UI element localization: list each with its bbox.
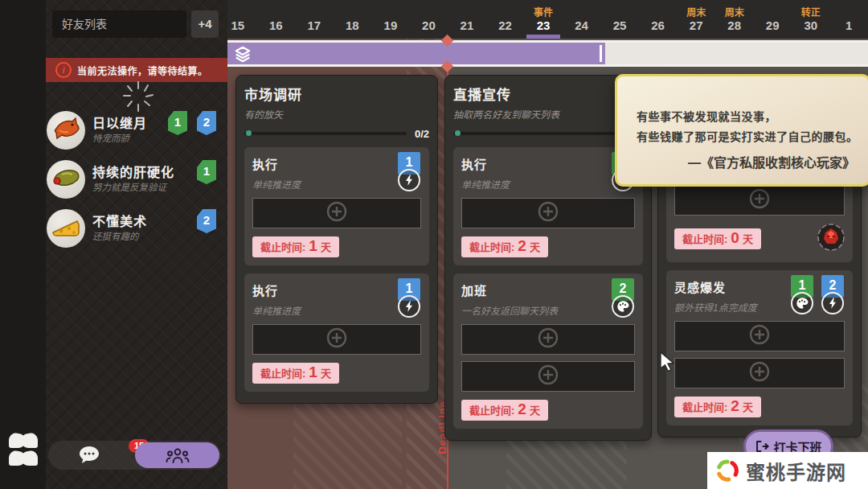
day-number: 17 (295, 18, 334, 32)
calendar-day-30[interactable]: 转正30 (792, 0, 830, 39)
task-column-1: 市场调研有的放矢0/2执行单纯推进度1截止时间:1天执行单纯推进度1截止时间:1… (235, 75, 438, 404)
friend-badges: 1 (197, 160, 216, 184)
schedule-progress-fill (227, 43, 605, 64)
app-grid-icon[interactable] (6, 431, 41, 471)
task-title: 灵感爆发 (674, 278, 757, 295)
palette-icon (612, 295, 634, 318)
day-number: 24 (563, 18, 601, 32)
day-tag (410, 5, 448, 16)
friend-slot[interactable] (461, 361, 635, 392)
task-card[interactable]: 执行单纯推进度1截止时间:1天 (244, 147, 429, 265)
palette-icon (791, 292, 813, 314)
friend-slot[interactable] (674, 321, 845, 351)
chat-tab[interactable]: 15 (79, 446, 100, 468)
calendar-day-21[interactable]: 21 (448, 0, 486, 39)
cheese-icon (51, 215, 80, 242)
friend-subtitle: 恃宠而骄 (92, 131, 129, 144)
current-day-underline (526, 35, 560, 39)
plus-icon (538, 364, 559, 388)
deadline-chip: 截止时间:1天 (252, 363, 339, 384)
plus-icon (749, 361, 770, 385)
plus-icon (326, 201, 347, 225)
column-title: 市场调研 (244, 84, 429, 104)
quote-tooltip: 有些事不被发现就当没事， 有些钱赚了那可是实打实进了自己的腰包。 —《官方私服收… (615, 74, 868, 187)
task-title: 执行 (252, 281, 301, 298)
fish-icon (51, 116, 80, 145)
chat-friends-toggle[interactable]: 15 (48, 441, 221, 470)
calendar-day-1[interactable]: 1 (830, 0, 868, 39)
day-number: 23 (524, 18, 563, 32)
calendar-day-24[interactable]: 24 (563, 0, 601, 39)
day-tag (371, 5, 410, 16)
plus-icon (749, 324, 770, 348)
day-number: 19 (371, 18, 410, 32)
schedule-cursor (600, 45, 602, 62)
calendar-day-22[interactable]: 22 (486, 0, 525, 39)
calendar-day-16[interactable]: 16 (257, 0, 296, 39)
calendar-day-27[interactable]: 周末27 (677, 0, 715, 39)
calendar-day-25[interactable]: 25 (600, 0, 639, 39)
day-tag: 周末 (715, 5, 754, 16)
friend-slot[interactable] (252, 198, 421, 228)
friend-slot[interactable] (674, 185, 845, 216)
friend-row[interactable]: 持续的肝硬化努力就是反复验证1 (46, 157, 227, 205)
friend-slot[interactable] (461, 198, 635, 228)
calendar-day-26[interactable]: 26 (639, 0, 678, 39)
task-badges: 1 (397, 152, 421, 191)
watermark-bar: 蜜桃手游网 (707, 452, 868, 489)
column-subtitle: 有的放矢 (244, 107, 429, 121)
deadline-chip: 截止时间:2天 (461, 236, 548, 257)
friend-overflow-button[interactable]: +4 (191, 10, 219, 38)
task-subtitle: 单纯推进度 (252, 303, 301, 317)
day-tag (257, 5, 296, 16)
task-card[interactable]: 执行单纯推进度1截止时间:1天 (244, 273, 429, 392)
plus-icon (538, 201, 559, 225)
task-title: 执行 (252, 155, 301, 172)
day-number: 28 (715, 18, 754, 32)
avatar (47, 209, 85, 248)
task-title: 加班 (461, 281, 558, 298)
mouse-cursor (659, 351, 677, 376)
task-card[interactable]: 加班一名好友返回聊天列表2截止时间:2天 (453, 273, 643, 429)
friend-name: 日以继月 (92, 113, 147, 132)
schedule-progress-track[interactable] (227, 40, 868, 67)
task-subtitle: 单纯推进度 (461, 177, 510, 191)
plus-icon (538, 327, 559, 351)
quote-line-1: 有些事不被发现就当没事， (637, 107, 858, 127)
friends-tab-active[interactable] (135, 442, 219, 468)
day-tag (600, 5, 639, 16)
calendar-day-28[interactable]: 周末28 (715, 0, 754, 39)
calendar-day-17[interactable]: 17 (295, 0, 334, 39)
plus-icon (749, 188, 770, 212)
day-tag (830, 5, 868, 16)
friend-row[interactable]: 日以继月恃宠而骄12 (46, 108, 227, 156)
plus-icon (326, 327, 347, 351)
task-badges: 1 (397, 278, 421, 318)
day-number: 27 (677, 18, 715, 32)
calendar-day-18[interactable]: 18 (334, 0, 372, 39)
friend-subtitle: 还挺有趣的 (92, 229, 139, 242)
calendar-day-29[interactable]: 29 (753, 0, 792, 39)
friend-badges: 2 (197, 209, 216, 233)
friend-slot[interactable] (674, 358, 845, 388)
calendar-day-19[interactable]: 19 (371, 0, 410, 39)
calendar-day-23[interactable]: 事件23 (524, 0, 563, 39)
day-tag (753, 5, 792, 16)
deadline-chip: 截止时间:0天 (674, 228, 761, 249)
day-number: 18 (334, 18, 372, 32)
avatar (47, 160, 85, 199)
friend-row[interactable]: 不懂美术还挺有趣的2 (46, 206, 227, 254)
friend-slot[interactable] (252, 324, 421, 355)
olive-icon (51, 166, 81, 193)
calendar-day-20[interactable]: 20 (410, 0, 448, 39)
info-icon: i (55, 62, 72, 78)
task-badges: 12 (790, 275, 845, 314)
friend-slot[interactable] (461, 324, 635, 355)
calendar-strip[interactable]: 1516171819202122事件23242526周末27周末2829转正30… (219, 0, 868, 39)
day-number: 1 (830, 18, 868, 32)
day-number: 26 (639, 18, 678, 32)
task-card[interactable]: 灵感爆发额外获得1点完成度12截止时间:2天 (666, 270, 853, 425)
quote-line-2: 有些钱赚了那可是实打实进了自己的腰包。 (637, 127, 858, 147)
day-tag (486, 5, 525, 16)
friend-sidebar: 好友列表 +4 i 当前无法操作，请等待结算。 日以继月恃宠而骄12持续的肝硬化… (0, 0, 227, 489)
